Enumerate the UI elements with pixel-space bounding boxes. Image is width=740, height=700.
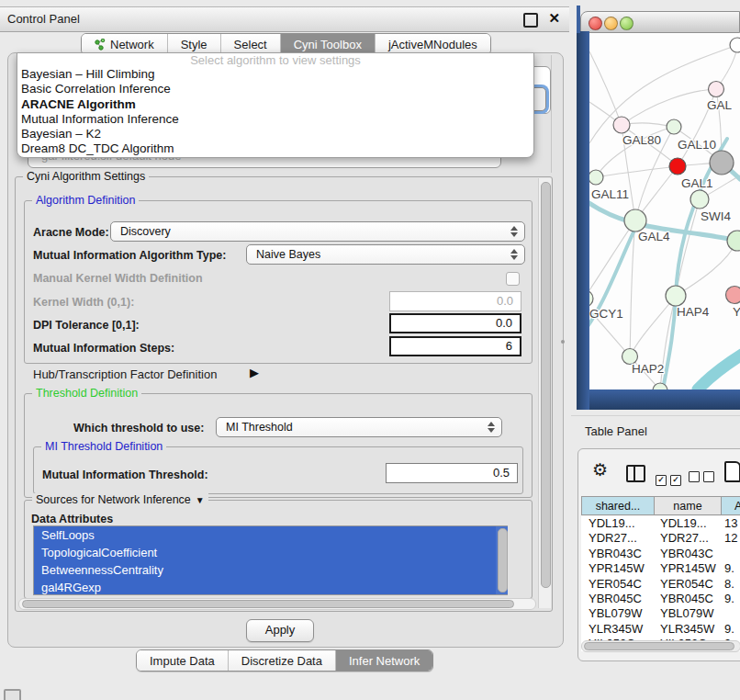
settings-scrollbar-vertical[interactable]	[538, 178, 551, 608]
network-graph: GAL GAL80 GAL10 GAL1 GAL11 SWI4 GAL4 GCY…	[589, 33, 740, 390]
checked-columns-icon[interactable]: ✓✓	[656, 469, 685, 486]
table-row[interactable]: YDL19...YDL19...13	[581, 516, 740, 531]
node-green-right[interactable]	[727, 231, 740, 251]
split-columns-icon[interactable]	[626, 465, 645, 482]
column-header-shared[interactable]: shared...	[581, 496, 655, 515]
node-gray[interactable]	[710, 151, 734, 175]
dropdown-item[interactable]: Mutual Information Inference	[21, 112, 533, 127]
node-salmon[interactable]	[726, 287, 740, 304]
mi-algorithm-type-value: Naive Bayes	[256, 248, 320, 261]
dropdown-item[interactable]: Bayesian – K2	[21, 127, 533, 141]
table-scrollbar-horizontal[interactable]	[581, 640, 740, 652]
settings-hscroll-thumb[interactable]	[22, 600, 514, 608]
cell: YBL079W	[581, 606, 655, 621]
node-swi4[interactable]	[690, 190, 709, 209]
cell: 13	[722, 516, 737, 531]
which-threshold-combo[interactable]: MI Threshold	[216, 417, 502, 437]
node-gal1-red[interactable]	[669, 158, 686, 175]
tab-jactivemnodules[interactable]: jActiveMNodules	[376, 34, 490, 54]
tab-style[interactable]: Style	[168, 34, 221, 54]
dropdown-item-selected[interactable]: ARACNE Algorithm	[21, 97, 533, 112]
list-item[interactable]: gal4RGexp	[34, 579, 507, 595]
label-gal10: GAL10	[678, 138, 716, 152]
stepper-icon	[510, 249, 518, 260]
kernel-width-label: Kernel Width (0,1):	[33, 296, 134, 309]
node-gal11[interactable]	[589, 170, 603, 185]
attributes-scrollbar[interactable]	[496, 526, 508, 594]
aracne-mode-combo[interactable]: Discovery	[110, 221, 525, 242]
network-canvas[interactable]: GAL GAL80 GAL10 GAL1 GAL11 SWI4 GAL4 GCY…	[589, 33, 740, 390]
cell: YDR27...	[581, 531, 655, 546]
mi-algorithm-type-combo[interactable]: Naive Bayes	[246, 244, 525, 265]
window-close-icon[interactable]	[589, 17, 602, 30]
network-window-titlebar[interactable]	[580, 11, 740, 33]
dropdown-item[interactable]: Dream8 DC_TDC Algorithm	[21, 141, 533, 156]
kernel-width-field[interactable]: 0.0	[389, 291, 521, 311]
table-hscroll-thumb[interactable]	[584, 642, 734, 650]
algorithm-definition-title: Algorithm Definition	[32, 194, 139, 207]
node-gal4[interactable]	[624, 209, 646, 231]
dpi-tolerance-field[interactable]: 0.0	[389, 313, 521, 333]
node-gal80[interactable]	[613, 117, 630, 133]
node-gal-partial[interactable]	[709, 82, 724, 97]
manual-kernel-label: Manual Kernel Width Definition	[33, 272, 203, 285]
cell: YPR145W	[581, 561, 655, 576]
float-panel-icon[interactable]	[523, 13, 538, 28]
dropdown-item[interactable]: Basic Correlation Inference	[21, 82, 533, 96]
settings-scrollbar-thumb[interactable]	[541, 182, 551, 588]
dropdown-placeholder: Select algorithm to view settings	[17, 53, 533, 67]
node-gcy1[interactable]	[589, 290, 593, 307]
node-hap4[interactable]	[666, 286, 686, 306]
node-unlabeled[interactable]	[730, 38, 740, 52]
tab-network[interactable]: Network	[82, 34, 168, 54]
list-item[interactable]: SelfLoops	[34, 526, 507, 544]
tab-discretize-data[interactable]: Discretize Data	[229, 650, 336, 671]
list-item[interactable]: TopologicalCoefficient	[34, 544, 507, 561]
table-row[interactable]: YLR345WYLR345W9.	[581, 622, 740, 637]
expander-down-arrow-icon[interactable]: ▼	[196, 495, 205, 505]
cell	[722, 606, 724, 621]
tab-select[interactable]: Select	[221, 34, 281, 54]
table-row[interactable]: YER054CYER054C8.	[581, 577, 740, 592]
table-body[interactable]: YDL19...YDL19...13 YDR27...YDR27...12 YB…	[581, 516, 740, 651]
control-panel-titlebar[interactable]: Control Panel ✕	[0, 6, 569, 32]
manual-kernel-checkbox[interactable]	[506, 272, 520, 286]
data-attributes-list[interactable]: SelfLoops TopologicalCoefficient Between…	[33, 525, 508, 595]
cell: YLR345W	[655, 622, 722, 637]
collapsed-panel-icon[interactable]	[4, 689, 21, 700]
table-header: shared... name A	[581, 496, 740, 515]
mi-threshold-field[interactable]: 0.5	[386, 463, 518, 483]
which-threshold-label: Which threshold to use:	[73, 422, 204, 435]
mi-threshold-definition-title: MI Threshold Definition	[41, 440, 166, 453]
tab-impute-data[interactable]: Impute Data	[137, 650, 229, 671]
splitter-grip[interactable]	[561, 340, 565, 344]
node-gal10[interactable]	[667, 119, 681, 134]
tab-infer-network[interactable]: Infer Network	[336, 650, 432, 671]
table-row[interactable]: YPR145WYPR145W9.	[581, 561, 740, 576]
control-panel-title: Control Panel	[7, 12, 80, 26]
new-table-icon[interactable]	[724, 461, 740, 482]
dropdown-item[interactable]: Bayesian – Hill Climbing	[21, 67, 533, 82]
table-row[interactable]: YBR045CYBR045C9.	[581, 592, 740, 606]
close-icon[interactable]: ✕	[548, 10, 560, 27]
expander-right-arrow-icon[interactable]: ▶	[250, 366, 259, 379]
table-row[interactable]: YBR043CYBR043C	[581, 547, 740, 561]
mi-steps-field[interactable]: 6	[389, 336, 521, 356]
table-row[interactable]: YBL079WYBL079W	[581, 606, 740, 621]
network-window-frame-corner	[577, 6, 580, 33]
column-header-name[interactable]: name	[655, 496, 722, 515]
unchecked-columns-icon[interactable]	[689, 469, 718, 486]
tab-cyni-toolbox[interactable]: Cyni Toolbox	[281, 34, 376, 54]
attributes-scrollbar-thumb[interactable]	[498, 528, 508, 593]
network-window-frame-bottom	[589, 390, 740, 410]
column-header-partial[interactable]: A	[722, 496, 740, 515]
cell: 9.	[722, 592, 734, 606]
list-item[interactable]: BetweennessCentrality	[34, 561, 507, 579]
gear-icon[interactable]: ⚙	[592, 459, 608, 480]
table-row[interactable]: YDR27...YDR27...12	[581, 531, 740, 546]
window-minimize-icon[interactable]	[604, 17, 618, 30]
window-zoom-icon[interactable]	[620, 17, 633, 30]
settings-scrollbar-horizontal[interactable]	[18, 598, 536, 610]
cell: YBR045C	[581, 592, 655, 606]
apply-button[interactable]: Apply	[246, 619, 314, 642]
